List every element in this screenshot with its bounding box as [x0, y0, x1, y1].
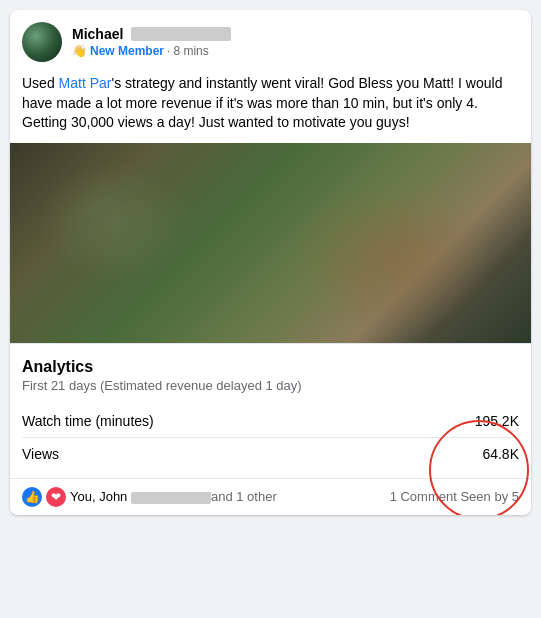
post-footer: 👍 ❤ You, John and 1 other 1 Comment Seen…	[10, 478, 531, 515]
reactions-text: You, John and 1 other	[70, 489, 277, 504]
analytics-row-watchtime: Watch time (minutes) 195.2K	[22, 405, 519, 438]
watch-time-value: 195.2K	[475, 413, 519, 429]
post-card: Michael 👋 New Member · 8 mins Used Matt …	[10, 10, 531, 515]
post-header: Michael 👋 New Member · 8 mins	[10, 10, 531, 68]
member-label[interactable]: New Member	[90, 44, 164, 58]
post-time: 8 mins	[173, 44, 208, 58]
analytics-row-views: Views 64.8K	[22, 438, 519, 470]
watch-time-label: Watch time (minutes)	[22, 413, 154, 429]
reactions-area: 👍 ❤ You, John and 1 other	[22, 487, 277, 507]
reactor-redacted	[131, 492, 211, 504]
username-redacted	[131, 27, 231, 41]
username[interactable]: Michael	[72, 26, 123, 42]
views-label: Views	[22, 446, 59, 462]
comment-count: 1 Comment	[390, 489, 457, 504]
dot-separator: ·	[167, 44, 170, 58]
reactor-you: You, John	[70, 489, 131, 504]
user-info: Michael 👋 New Member · 8 mins	[72, 26, 519, 58]
post-body: Used Matt Par's strategy and instantly w…	[10, 68, 531, 143]
body-text-before-mention: Used	[22, 75, 59, 91]
analytics-subtitle: First 21 days (Estimated revenue delayed…	[22, 378, 519, 393]
seen-count: Seen by 5	[460, 489, 519, 504]
avatar	[22, 22, 62, 62]
footer-right: 1 Comment Seen by 5	[390, 489, 519, 504]
love-reaction-icon: ❤	[46, 487, 66, 507]
post-image[interactable]	[10, 143, 531, 343]
like-reaction-icon: 👍	[22, 487, 42, 507]
mention-link[interactable]: Matt Par	[59, 75, 112, 91]
analytics-title: Analytics	[22, 358, 519, 376]
analytics-section: Analytics First 21 days (Estimated reven…	[10, 343, 531, 478]
hand-icon: 👋	[72, 44, 87, 58]
reactor-extra: and 1 other	[211, 489, 277, 504]
views-value: 64.8K	[482, 446, 519, 462]
